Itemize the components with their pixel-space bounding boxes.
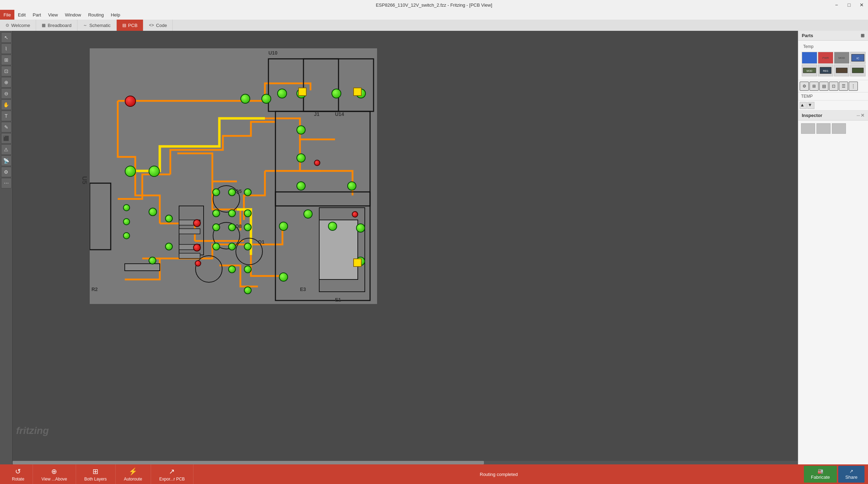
svg-rect-6 [90, 183, 111, 250]
rt-tool-6[interactable]: ⋮ [849, 82, 858, 91]
rt-tool-3[interactable]: ▤ [819, 82, 828, 91]
part-thumb-7[interactable] [850, 64, 866, 76]
inspector-close[interactable]: ✕ [861, 113, 864, 118]
both-layers-icon: ⊞ [93, 467, 98, 476]
part-thumb-2[interactable]: MOD [834, 52, 849, 64]
main-layout: ↖ ⌇ ⊞ ⊡ ⊕ ⊖ ✋ T ✎ ⬛ ⚠ 📡 ⚙ ⋯ fritzing [0, 31, 868, 464]
pointer-tool[interactable]: ↖ [1, 32, 12, 43]
tab-breadboard[interactable]: ▦ Breadboard [36, 20, 77, 31]
menu-bar: File Edit Part View Window Routing Help [0, 10, 868, 20]
antenna-tool[interactable]: 📡 [1, 155, 12, 166]
label-tool[interactable]: T [1, 111, 12, 121]
note-tool[interactable]: ✎ [1, 122, 12, 132]
horizontal-scrollbar[interactable] [13, 461, 798, 464]
zoom-in-tool[interactable]: ⊕ [1, 77, 12, 88]
pad-1 [240, 94, 250, 104]
menu-help[interactable]: Help [107, 10, 124, 20]
temp-controls: ▲ ▼ [798, 101, 868, 111]
label-q8: Q8 [235, 223, 242, 229]
export-pcb-button[interactable]: ↗ Expor...r PCB [151, 464, 194, 484]
menu-file[interactable]: File [0, 10, 14, 20]
welcome-icon: ⊙ [6, 23, 9, 28]
menu-routing[interactable]: Routing [84, 10, 107, 20]
autoroute-button[interactable]: ⚡ Autoroute [116, 464, 151, 484]
routing-status-text: Routing completed [480, 472, 518, 477]
measure-tool[interactable]: ⊡ [1, 66, 12, 76]
pad-5 [332, 89, 341, 98]
red-pad-1 [125, 96, 136, 107]
red-pad-2 [193, 219, 201, 227]
menu-window[interactable]: Window [61, 10, 84, 20]
tab-pcb[interactable]: ▤ PCB [117, 20, 144, 31]
svg-rect-17 [319, 220, 358, 279]
label-u10: U10 [268, 50, 278, 56]
scrollbar-thumb[interactable] [13, 461, 484, 464]
inspector-swatch-1[interactable] [801, 123, 815, 134]
part-thumb-5[interactable]: REG [818, 64, 833, 76]
view-above-button[interactable]: ⊕ View ...Above [33, 464, 76, 484]
pad-36 [279, 222, 288, 231]
fritzing-logo: fritzing [16, 425, 49, 436]
breadboard-icon: ▦ [42, 23, 46, 28]
autoroute-label: Autoroute [124, 477, 142, 482]
route-tool[interactable]: ⌇ [1, 43, 12, 54]
pad-18 [244, 188, 252, 196]
part-thumb-4[interactable]: MOD [802, 64, 817, 76]
inspector-header: Inspector ─ ✕ [798, 111, 868, 120]
drc-tool[interactable]: ⚠ [1, 144, 12, 155]
pcb-board[interactable]: U10 U14 U5 R2 J1 Q5 Q8 Q1 E3 E1 [90, 48, 377, 304]
tab-code[interactable]: <> Code [143, 20, 173, 31]
pcb-canvas[interactable]: fritzing [13, 31, 798, 464]
part-thumb-1[interactable]: PWR [818, 52, 833, 64]
part-thumb-0[interactable] [802, 52, 817, 64]
rt-tool-4[interactable]: ⊡ [829, 82, 838, 91]
tab-schematic[interactable]: ～ Schematic [77, 20, 117, 31]
svg-rect-2 [303, 59, 374, 111]
both-layers-button[interactable]: ⊞ Both Layers [76, 464, 116, 484]
trace-tool[interactable]: ⊞ [1, 55, 12, 65]
window-controls: − □ ✕ [830, 0, 868, 10]
temp-control-down[interactable]: ▼ [807, 102, 814, 109]
rt-tool-1[interactable]: ⚙ [800, 82, 809, 91]
ruler-tool[interactable]: ⬛ [1, 133, 12, 144]
menu-part[interactable]: Part [29, 10, 45, 20]
pad-33 [296, 181, 306, 191]
part-thumb-3[interactable]: IC [850, 52, 866, 64]
menu-view[interactable]: View [45, 10, 61, 20]
rotate-button[interactable]: ↺ Rotate [4, 464, 33, 484]
settings-tool[interactable]: ⚙ [1, 167, 12, 177]
menu-edit[interactable]: Edit [14, 10, 29, 20]
rt-tool-2[interactable]: ⊞ [809, 82, 819, 91]
pad-32 [296, 153, 306, 163]
tab-welcome[interactable]: ⊙ Welcome [0, 20, 36, 31]
rotate-icon: ↺ [15, 467, 21, 476]
share-icon: ↗ [849, 469, 853, 474]
parts-grid: PWR MOD IC MOD RE [800, 50, 866, 78]
red-pad-5 [314, 160, 320, 166]
red-pad-6 [352, 211, 358, 217]
maximize-button[interactable]: □ [843, 0, 855, 10]
temp-section-label: TEMP [798, 92, 868, 101]
inspector-section: Inspector ─ ✕ [798, 111, 868, 464]
pad-25 [212, 243, 220, 250]
inspector-minimize[interactable]: ─ [857, 113, 860, 118]
minimize-button[interactable]: − [830, 0, 843, 10]
inspector-swatch-2[interactable] [816, 123, 831, 134]
rt-tool-5[interactable]: ☰ [839, 82, 848, 91]
hand-tool[interactable]: ✋ [1, 99, 12, 110]
temp-control-up[interactable]: ▲ [800, 102, 807, 109]
label-q1: Q1 [258, 239, 265, 245]
zoom-out-tool[interactable]: ⊖ [1, 88, 12, 99]
inspector-body [798, 120, 868, 464]
extra-tool[interactable]: ⋯ [1, 178, 12, 188]
part-thumb-6[interactable] [834, 64, 849, 76]
pad-26 [228, 243, 236, 250]
inspector-controls: ─ ✕ [857, 113, 864, 118]
inspector-swatch-3[interactable] [832, 123, 846, 134]
share-button[interactable]: ↗ Share [838, 466, 864, 483]
pad-27 [244, 243, 252, 250]
svg-rect-1 [268, 59, 303, 111]
red-pad-4 [195, 260, 201, 267]
fabricate-button[interactable]: 🏭 Fabricate [804, 466, 837, 483]
close-button[interactable]: ✕ [855, 0, 868, 10]
